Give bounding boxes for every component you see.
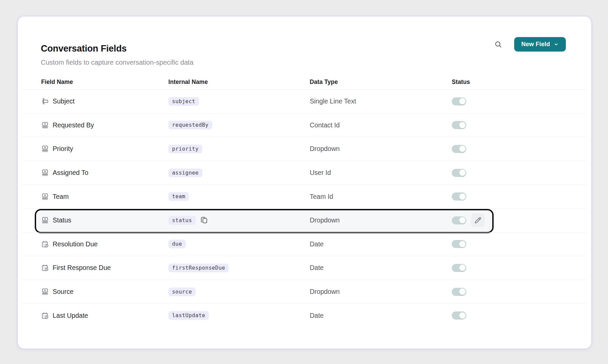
calendar-clock-icon — [41, 312, 49, 320]
table-row-source[interactable]: Source source Dropdown — [23, 280, 586, 304]
internal-name-badge: subject — [168, 97, 199, 106]
toggle-knob — [459, 289, 466, 295]
new-field-button[interactable]: New Field — [514, 37, 566, 52]
conversation-fields-card: Conversation Fields Custom fields to cap… — [18, 16, 591, 349]
field-name: Source — [53, 288, 74, 296]
data-type: Dropdown — [310, 145, 452, 153]
pencil-icon — [474, 217, 481, 224]
table-row-due[interactable]: Resolution Due due Date — [23, 232, 586, 256]
field-name: Priority — [53, 145, 73, 153]
calendar-clock-icon — [41, 264, 49, 272]
data-type: Date — [310, 240, 452, 248]
dropdown-icon — [41, 169, 49, 177]
table-row-team[interactable]: Team team Team Id — [23, 184, 586, 208]
toggle-knob — [459, 98, 466, 104]
status-toggle[interactable] — [452, 145, 466, 153]
column-header-data-type: Data Type — [310, 79, 452, 86]
dropdown-icon — [41, 145, 49, 153]
data-type: Team Id — [310, 193, 452, 201]
field-name: Resolution Due — [53, 240, 98, 248]
table-header-row: Field Name Internal Name Data Type Statu… — [23, 74, 586, 89]
header-actions: New Field — [493, 37, 566, 52]
internal-name-badge: due — [168, 240, 186, 248]
data-type: Dropdown — [310, 288, 452, 296]
calendar-clock-icon — [41, 240, 49, 248]
toggle-knob — [459, 312, 466, 319]
internal-name-badge: assignee — [168, 169, 202, 177]
fields-table: Field Name Internal Name Data Type Statu… — [23, 74, 586, 327]
field-name: Subject — [53, 97, 75, 105]
table-row-firstResponseDue[interactable]: First Response Due firstResponseDue Date — [23, 256, 586, 280]
card-header: Conversation Fields Custom fields to cap… — [18, 17, 591, 66]
copy-button[interactable] — [200, 216, 208, 224]
dropdown-icon — [41, 121, 49, 129]
status-toggle[interactable] — [452, 192, 466, 201]
internal-name-badge: requestedBy — [168, 121, 212, 129]
status-toggle[interactable] — [452, 311, 466, 320]
internal-name-badge: priority — [168, 145, 202, 153]
data-type: Date — [310, 312, 452, 320]
internal-name-badge: team — [168, 192, 189, 201]
field-name: Last Update — [53, 312, 88, 320]
table-row-status[interactable]: Status status Dropdown — [23, 208, 586, 232]
toggle-knob — [459, 122, 466, 128]
search-button[interactable] — [493, 37, 503, 52]
status-toggle[interactable] — [452, 121, 466, 129]
table-row-requestedBy[interactable]: Requested By requestedBy Contact Id — [23, 113, 586, 137]
new-field-label: New Field — [521, 41, 550, 48]
field-name: Team — [53, 193, 69, 201]
table-body: Subject subject Single Line Text — [23, 89, 586, 327]
title-block: Conversation Fields Custom fields to cap… — [41, 43, 193, 66]
status-toggle[interactable] — [452, 264, 466, 272]
internal-name-badge: firstResponseDue — [168, 264, 229, 272]
toggle-knob — [459, 170, 466, 176]
search-icon — [494, 40, 502, 48]
copy-icon — [200, 216, 208, 224]
edit-button[interactable] — [471, 213, 485, 227]
status-toggle[interactable] — [452, 288, 466, 296]
dropdown-icon — [41, 288, 49, 296]
field-name: Assigned To — [53, 169, 88, 177]
field-name: First Response Due — [53, 264, 111, 272]
toggle-knob — [459, 241, 466, 247]
table-row-assignee[interactable]: Assigned To assignee User Id — [23, 161, 586, 185]
column-header-field-name: Field Name — [41, 79, 168, 86]
status-toggle[interactable] — [452, 169, 466, 177]
column-header-internal-name: Internal Name — [168, 79, 310, 86]
internal-name-badge: lastUpdate — [168, 311, 209, 320]
dropdown-icon — [41, 216, 49, 224]
table-row-priority[interactable]: Priority priority Dropdown — [23, 137, 586, 161]
status-toggle[interactable] — [452, 240, 466, 248]
data-type: User Id — [310, 169, 452, 177]
table-row-subject[interactable]: Subject subject Single Line Text — [23, 89, 586, 113]
chevron-down-icon — [554, 42, 559, 47]
internal-name-badge: source — [168, 287, 196, 296]
data-type: Single Line Text — [310, 97, 452, 105]
data-type: Date — [310, 264, 452, 272]
toggle-knob — [459, 146, 466, 152]
column-header-status: Status — [452, 79, 586, 86]
field-name: Status — [53, 216, 71, 224]
toggle-knob — [459, 193, 466, 200]
toggle-knob — [459, 217, 466, 223]
data-type: Dropdown — [310, 216, 452, 224]
text-input-icon — [41, 97, 49, 105]
page-subtitle: Custom fields to capture conversation-sp… — [41, 59, 193, 66]
dropdown-icon — [41, 193, 49, 201]
status-toggle[interactable] — [452, 97, 466, 105]
toggle-knob — [459, 265, 466, 271]
table-row-lastUpdate[interactable]: Last Update lastUpdate Date — [23, 303, 586, 327]
status-toggle[interactable] — [452, 216, 466, 224]
data-type: Contact Id — [310, 121, 452, 129]
page-title: Conversation Fields — [41, 43, 193, 54]
field-name: Requested By — [53, 121, 94, 129]
internal-name-badge: status — [168, 216, 196, 225]
